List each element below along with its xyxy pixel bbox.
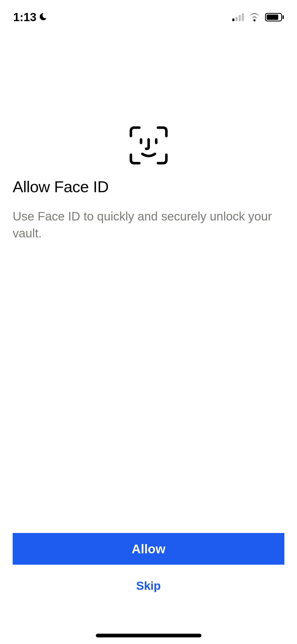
- main-content: Allow Face ID Use Face ID to quickly and…: [13, 124, 284, 242]
- skip-button[interactable]: Skip: [13, 575, 284, 596]
- face-id-icon: [13, 124, 284, 167]
- allow-button[interactable]: Allow: [13, 533, 284, 565]
- wifi-icon: [248, 12, 261, 22]
- status-bar-left: 1:13: [13, 11, 48, 24]
- status-bar-right: [232, 12, 284, 22]
- page-description: Use Face ID to quickly and securely unlo…: [13, 208, 284, 242]
- home-indicator[interactable]: [96, 634, 201, 637]
- buttons-container: Allow Skip: [13, 533, 284, 596]
- status-time: 1:13: [13, 11, 36, 24]
- status-bar: 1:13: [0, 0, 297, 34]
- cellular-signal-icon: [232, 13, 244, 21]
- page-title: Allow Face ID: [13, 178, 284, 196]
- battery-icon: [265, 13, 284, 21]
- moon-icon: [39, 12, 48, 22]
